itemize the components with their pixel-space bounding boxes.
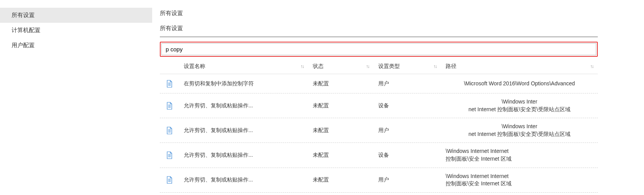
table-row[interactable]: 允许剪切、复制或粘贴操作...未配置设备\Windows Internet In… — [160, 93, 598, 118]
setting-path-cell: \Windows Internet Internet 控制面板\安全页\受限站点… — [441, 123, 598, 138]
setting-name-cell: 在剪切和复制中添加控制字符 — [179, 80, 308, 87]
sort-icon: ↑↓ — [433, 64, 436, 69]
file-icon — [166, 80, 173, 88]
setting-path-cell: \Windows Internet Internet控制面板\安全 Intern… — [441, 173, 598, 188]
page-subtitle: 所有设置 — [160, 25, 598, 32]
setting-state-cell: 未配置 — [308, 102, 374, 109]
file-icon — [166, 127, 173, 134]
sort-icon: ↑↓ — [590, 64, 593, 69]
setting-name-cell: 允许剪切、复制或粘贴操作... — [179, 127, 308, 134]
setting-state-cell: 未配置 — [308, 152, 374, 159]
sidebar-item-label: 所有设置 — [12, 12, 35, 18]
sidebar-item-computer-config[interactable]: 计算机配置 — [0, 23, 152, 38]
sidebar-item-all-settings[interactable]: 所有设置 — [0, 8, 152, 23]
column-header-state[interactable]: 状态 ↑↓ — [308, 63, 374, 70]
setting-type-cell: 用户 — [374, 176, 441, 183]
setting-name-cell: 允许剪切、复制或粘贴操作... — [179, 102, 308, 109]
search-highlight-frame — [160, 42, 598, 57]
settings-table: 设置名称 ↑↓ 状态 ↑↓ 设置类型 ↑↓ 路径 ↑↓ 在剪切和复制中添加控制字… — [160, 59, 598, 193]
setting-path-cell: \Windows Internet Internet控制面板\安全 Intern… — [441, 148, 598, 163]
column-label: 设置名称 — [184, 63, 205, 70]
setting-state-cell: 未配置 — [308, 176, 374, 183]
table-row[interactable]: 允许剪切、复制或粘贴操作...未配置设备\Windows Internet In… — [160, 143, 598, 168]
table-row[interactable]: 允许剪切、复制或粘贴操作...未配置用户\Windows Internet In… — [160, 118, 598, 143]
column-header-path[interactable]: 路径 ↑↓ — [441, 63, 598, 70]
table-row[interactable]: 在剪切和复制中添加控制字符未配置用户\Microsoft Word 2016\W… — [160, 74, 598, 93]
file-icon-cell — [160, 80, 179, 88]
file-icon — [166, 151, 173, 159]
column-header-icon — [160, 63, 179, 70]
file-icon-cell — [160, 102, 179, 110]
setting-type-cell: 用户 — [374, 80, 441, 87]
sidebar-item-user-config[interactable]: 用户配置 — [0, 38, 152, 53]
file-icon-cell — [160, 151, 179, 159]
table-body: 在剪切和复制中添加控制字符未配置用户\Microsoft Word 2016\W… — [160, 74, 598, 193]
sidebar-item-label: 计算机配置 — [12, 27, 40, 33]
setting-type-cell: 设备 — [374, 102, 441, 109]
file-icon-cell — [160, 176, 179, 184]
setting-path-cell: \Windows Internet Internet 控制面板\安全页\受限站点… — [441, 98, 598, 113]
divider — [160, 37, 598, 37]
setting-type-cell: 设备 — [374, 152, 441, 159]
setting-state-cell: 未配置 — [308, 80, 374, 87]
setting-name-cell: 允许剪切、复制或粘贴操作... — [179, 176, 308, 183]
setting-name-cell: 允许剪切、复制或粘贴操作... — [179, 152, 308, 159]
sidebar-item-label: 用户配置 — [12, 42, 35, 48]
setting-type-cell: 用户 — [374, 127, 441, 134]
page-title: 所有设置 — [160, 10, 598, 17]
search-input[interactable] — [161, 43, 596, 55]
sort-icon: ↑↓ — [366, 64, 369, 69]
column-header-name[interactable]: 设置名称 ↑↓ — [179, 63, 308, 70]
setting-path-cell: \Microsoft Word 2016\Word Options\Advanc… — [441, 80, 598, 88]
table-row[interactable]: 允许剪切、复制或粘贴操作...未配置用户\Windows Internet In… — [160, 168, 598, 193]
sidebar: 所有设置 计算机配置 用户配置 — [0, 0, 152, 195]
file-icon — [166, 176, 173, 184]
column-header-type[interactable]: 设置类型 ↑↓ — [374, 63, 441, 70]
setting-state-cell: 未配置 — [308, 127, 374, 134]
sort-icon: ↑↓ — [300, 64, 304, 69]
column-label: 路径 — [446, 63, 456, 70]
file-icon-cell — [160, 127, 179, 134]
main-content: 所有设置 所有设置 设置名称 ↑↓ 状态 ↑↓ 设置类型 ↑↓ 路径 ↑↓ — [152, 0, 644, 195]
table-header: 设置名称 ↑↓ 状态 ↑↓ 设置类型 ↑↓ 路径 ↑↓ — [160, 59, 598, 74]
column-label: 状态 — [313, 63, 324, 70]
column-label: 设置类型 — [378, 63, 400, 70]
file-icon — [166, 102, 173, 110]
